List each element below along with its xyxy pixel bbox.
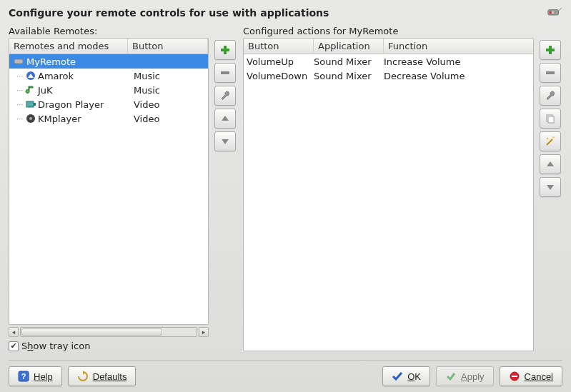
add-button[interactable] [540,40,561,60]
remove-button[interactable] [214,63,236,83]
help-button[interactable]: ? Help [9,366,62,386]
action-row[interactable]: VolumeDownSound MixerDecrease Volume [244,69,533,83]
wrench-button[interactable] [214,86,236,106]
header-action-button[interactable]: Button [244,39,314,54]
tree-row-name: Amarok [38,71,74,81]
svg-rect-20 [548,116,554,123]
cancel-label: Cancel [525,371,553,382]
tree-row-name: JuK [38,85,53,96]
svg-rect-18 [546,71,555,74]
copy-icon [545,113,556,124]
apply-icon [445,371,457,382]
apply-button[interactable]: Apply [436,366,494,386]
defaults-icon [77,371,89,382]
dragon-icon [25,99,36,110]
action-function: Increase Volume [384,56,533,67]
configured-actions-label: Configured actions for MyRemote [243,26,534,36]
remove-button[interactable] [540,63,561,83]
remotes-hscroll[interactable]: ◂ ▸ [9,326,209,338]
tree-connector-icon: ⋯ [9,101,25,109]
action-button: VolumeDown [244,71,314,81]
svg-rect-4 [14,59,23,64]
tree-connector-icon: ⋯ [9,115,25,123]
remote-header-icon [547,7,562,19]
svg-rect-8 [34,103,36,106]
remotes-tree[interactable]: Remotes and modes Button MyRemote⋯Amarok… [9,38,209,325]
footer-separator [9,360,562,361]
svg-rect-12 [221,49,229,51]
tree-row-button: Music [131,85,208,96]
kmplayer-icon [25,113,36,124]
svg-rect-1 [550,11,552,14]
add-button[interactable] [214,40,236,60]
header-application[interactable]: Application [314,39,384,54]
actions-header[interactable]: Button Application Function [244,39,533,54]
scroll-track[interactable] [20,327,197,337]
svg-marker-28 [83,371,85,375]
wrench-icon [545,90,556,101]
svg-rect-13 [221,71,229,74]
tree-row-name: Dragon Player [38,99,104,110]
checkbox-label: Show tray icon [21,341,90,351]
tree-row-name: MyRemote [26,56,76,67]
down-button[interactable] [540,177,561,197]
add-icon [545,44,556,56]
remote-tree-row[interactable]: ⋯JuKMusic [9,83,208,97]
autowand-button[interactable] [540,131,561,151]
defaults-label: Defaults [93,371,127,382]
svg-marker-14 [222,116,229,121]
ok-label: OK [407,371,421,382]
svg-point-10 [29,117,32,120]
down-button[interactable] [214,131,236,151]
actions-list[interactable]: Button Application Function VolumeUpSoun… [243,38,534,351]
remote-tree-row[interactable]: ⋯AmarokMusic [9,69,208,83]
svg-marker-22 [552,136,555,139]
header-button[interactable]: Button [128,39,208,54]
svg-marker-25 [547,185,554,190]
apply-label: Apply [461,371,485,382]
action-application: Sound Mixer [314,71,384,81]
amarok-icon [25,70,36,81]
scroll-left-icon[interactable]: ◂ [9,327,19,337]
svg-line-21 [547,139,552,145]
tree-row-button: Video [131,99,208,110]
remote-tree-row[interactable]: MyRemote [9,54,208,69]
cancel-icon [509,371,520,382]
up-icon [545,159,556,170]
header-function[interactable]: Function [384,39,533,54]
remote-tree-row[interactable]: ⋯Dragon PlayerVideo [9,97,208,111]
remote-tree-row[interactable]: ⋯KMplayerVideo [9,111,208,126]
checkbox-mark-icon: ✔ [9,341,19,351]
up-button[interactable] [540,154,561,174]
up-button[interactable] [214,109,236,129]
juk-icon [25,84,36,96]
action-row[interactable]: VolumeUpSound MixerIncrease Volume [244,54,533,69]
remotes-header[interactable]: Remotes and modes Button [9,39,208,54]
action-button: VolumeUp [244,56,314,67]
copy-button[interactable] [540,109,561,129]
page-title: Configure your remote controls for use w… [9,7,547,19]
svg-line-5 [23,58,25,60]
wrench-icon [219,90,231,101]
down-icon [545,181,556,193]
ok-button[interactable]: OK [382,366,430,386]
up-icon [219,113,231,124]
scroll-right-icon[interactable]: ▸ [199,327,209,337]
scroll-thumb[interactable] [21,328,162,336]
show-tray-icon-checkbox[interactable]: ✔ Show tray icon [9,341,209,351]
svg-rect-2 [552,11,554,14]
svg-marker-15 [222,139,229,144]
autowand-icon [545,136,556,147]
header-remotes-modes[interactable]: Remotes and modes [9,39,128,54]
cancel-button[interactable]: Cancel [500,366,562,386]
defaults-button[interactable]: Defaults [68,366,136,386]
svg-marker-24 [547,161,554,166]
help-label: Help [34,371,53,382]
tree-connector-icon: ⋯ [9,86,25,94]
wrench-button[interactable] [540,86,561,106]
remote-icon [14,56,25,67]
add-icon [219,44,231,56]
tree-row-name: KMplayer [38,114,81,124]
available-remotes-label: Available Remotes: [9,26,209,36]
tree-connector-icon: ⋯ [9,72,25,80]
